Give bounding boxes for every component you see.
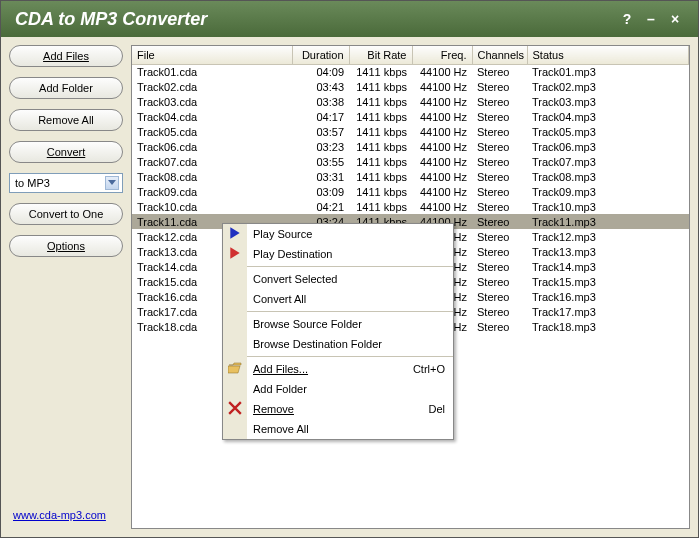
col-channels[interactable]: Channels <box>472 46 527 64</box>
col-status[interactable]: Status <box>527 46 689 64</box>
remove-all-button[interactable]: Remove All <box>9 109 123 131</box>
table-row[interactable]: Track08.cda03:311411 kbps44100 HzStereoT… <box>132 169 689 184</box>
sidebar: Add Files Add Folder Remove All Convert … <box>1 37 131 537</box>
menu-remove-all[interactable]: Remove All <box>247 419 453 439</box>
col-freq[interactable]: Freq. <box>412 46 472 64</box>
table-row[interactable]: Track01.cda04:091411 kbps44100 HzStereoT… <box>132 64 689 79</box>
table-row[interactable]: Track09.cda03:091411 kbps44100 HzStereoT… <box>132 184 689 199</box>
menu-browse-destination[interactable]: Browse Destination Folder <box>247 334 453 354</box>
file-list: File Duration Bit Rate Freq. Channels St… <box>131 45 690 529</box>
folder-open-icon <box>226 359 244 377</box>
table-row[interactable]: Track10.cda04:211411 kbps44100 HzStereoT… <box>132 199 689 214</box>
col-duration[interactable]: Duration <box>292 46 349 64</box>
menu-add-files[interactable]: Add Files...Ctrl+O <box>247 359 453 379</box>
delete-icon <box>226 399 244 417</box>
table-row[interactable]: Track05.cda03:571411 kbps44100 HzStereoT… <box>132 124 689 139</box>
play-icon <box>226 244 244 262</box>
format-select[interactable]: to MP3 <box>9 173 123 193</box>
play-icon <box>226 224 244 242</box>
titlebar[interactable]: CDA to MP3 Converter ? – × <box>1 1 698 37</box>
convert-button[interactable]: Convert <box>9 141 123 163</box>
options-button[interactable]: Options <box>9 235 123 257</box>
close-button[interactable]: × <box>666 11 684 27</box>
minimize-button[interactable]: – <box>642 11 660 27</box>
menu-play-source[interactable]: Play Source <box>247 224 453 244</box>
table-row[interactable]: Track06.cda03:231411 kbps44100 HzStereoT… <box>132 139 689 154</box>
col-file[interactable]: File <box>132 46 292 64</box>
app-title: CDA to MP3 Converter <box>15 9 612 30</box>
footer-link[interactable]: www.cda-mp3.com <box>9 505 123 529</box>
menu-remove[interactable]: RemoveDel <box>247 399 453 419</box>
convert-to-one-button[interactable]: Convert to One <box>9 203 123 225</box>
format-select-value: to MP3 <box>15 177 105 189</box>
table-row[interactable]: Track02.cda03:431411 kbps44100 HzStereoT… <box>132 79 689 94</box>
menu-add-folder[interactable]: Add Folder <box>247 379 453 399</box>
col-bitrate[interactable]: Bit Rate <box>349 46 412 64</box>
menu-play-destination[interactable]: Play Destination <box>247 244 453 264</box>
menu-browse-source[interactable]: Browse Source Folder <box>247 314 453 334</box>
help-button[interactable]: ? <box>618 11 636 27</box>
add-folder-button[interactable]: Add Folder <box>9 77 123 99</box>
table-row[interactable]: Track03.cda03:381411 kbps44100 HzStereoT… <box>132 94 689 109</box>
menu-convert-all[interactable]: Convert All <box>247 289 453 309</box>
menu-convert-selected[interactable]: Convert Selected <box>247 269 453 289</box>
chevron-down-icon <box>105 176 119 190</box>
table-row[interactable]: Track07.cda03:551411 kbps44100 HzStereoT… <box>132 154 689 169</box>
add-files-button[interactable]: Add Files <box>9 45 123 67</box>
context-menu: Play Source Play Destination Convert Sel… <box>222 223 454 440</box>
table-row[interactable]: Track04.cda04:171411 kbps44100 HzStereoT… <box>132 109 689 124</box>
